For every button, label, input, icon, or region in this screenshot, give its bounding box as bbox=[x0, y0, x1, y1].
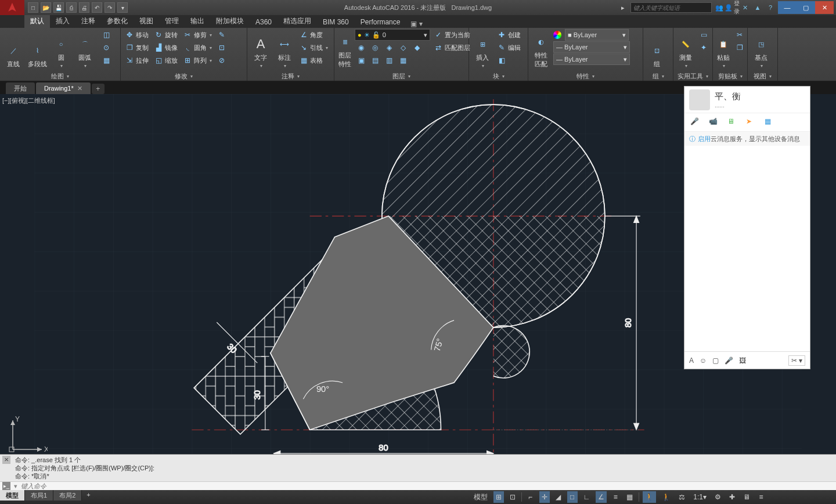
signin-button[interactable]: 👤登录 bbox=[727, 2, 737, 13]
panel-title-utils[interactable]: 实用工具▾ bbox=[676, 71, 710, 81]
qat-redo-icon[interactable]: ↷ bbox=[105, 2, 115, 13]
status-custom-icon[interactable]: ≡ bbox=[756, 491, 766, 503]
ribbon-collapse-icon[interactable]: ▣ ▾ bbox=[410, 20, 422, 28]
draw-flyout3[interactable]: ▦ bbox=[100, 55, 113, 66]
layer-tool-1[interactable]: ◉ bbox=[355, 42, 367, 53]
create-block-button[interactable]: ✚创建 bbox=[495, 29, 522, 41]
layout-tab-model[interactable]: 模型 bbox=[0, 490, 25, 501]
ribbon-tab-home[interactable]: 默认 bbox=[24, 15, 50, 28]
font-icon[interactable]: A bbox=[689, 357, 694, 365]
cmd-prompt-icon[interactable]: ▸_ bbox=[2, 482, 10, 490]
util-2[interactable]: ✦ bbox=[697, 42, 710, 53]
modify-extra3[interactable]: ⊘ bbox=[215, 55, 228, 66]
panel-title-draw[interactable]: 绘图▾ bbox=[2, 71, 118, 81]
status-snap-icon[interactable]: ⊡ bbox=[507, 491, 518, 503]
measure-button[interactable]: 📏测量▾ bbox=[676, 29, 696, 69]
qat-new-icon[interactable]: □ bbox=[28, 2, 38, 13]
layer-tool-9[interactable]: ▦ bbox=[397, 55, 409, 66]
status-otrack-icon[interactable]: ∠ bbox=[596, 491, 607, 503]
copy-clip-button[interactable]: ❐ bbox=[733, 42, 746, 53]
layer-tool-6[interactable]: ▣ bbox=[355, 55, 367, 66]
ribbon-tab-annotate[interactable]: 注释 bbox=[75, 15, 101, 28]
cmd-close-icon[interactable]: ✕ bbox=[2, 456, 10, 464]
qat-save-icon[interactable]: 💾 bbox=[53, 2, 64, 13]
move-button[interactable]: ✥移动 bbox=[123, 29, 150, 41]
status-ortho-icon[interactable]: ⌐ bbox=[525, 491, 536, 503]
status-scale[interactable]: 1:1 ▾ bbox=[691, 491, 709, 503]
panel-title-annotate[interactable]: 注释▾ bbox=[250, 71, 331, 81]
status-model[interactable]: 模型 bbox=[471, 491, 490, 503]
status-iso-icon[interactable]: ◢ bbox=[553, 491, 564, 503]
scissors-icon[interactable]: ✂ ▾ bbox=[788, 355, 805, 366]
status-lwt-icon[interactable]: ≡ bbox=[610, 491, 621, 503]
modify-extra2[interactable]: ⊡ bbox=[215, 42, 228, 53]
layout-tab-2[interactable]: 布局2 bbox=[53, 490, 82, 501]
panel-title-modify[interactable]: 修改▾ bbox=[123, 71, 244, 81]
status-grid-icon[interactable]: ⊞ bbox=[493, 491, 504, 503]
layer-tool-5[interactable]: ◆ bbox=[410, 42, 423, 53]
command-window[interactable]: ✕ 命令: _.erase 找到 1 个 命令: 指定对角点或 [栏选(F)/圈… bbox=[0, 454, 836, 490]
panel-title-group[interactable]: 组▾ bbox=[646, 71, 671, 81]
ribbon-tab-output[interactable]: 输出 bbox=[185, 15, 210, 28]
circle-button[interactable]: ○圆▾ bbox=[50, 29, 72, 69]
panel-title-props[interactable]: 特性▾ bbox=[531, 71, 640, 81]
status-monitor-icon[interactable]: 🖥 bbox=[741, 491, 752, 503]
status-osnap-icon[interactable]: □ bbox=[567, 491, 578, 503]
qat-plot-icon[interactable]: 🖨 bbox=[79, 2, 89, 13]
layer-tool-4[interactable]: ◇ bbox=[397, 42, 409, 53]
edit-block-button[interactable]: ✎编辑 bbox=[495, 42, 522, 53]
dimangular-button[interactable]: ∠角度 bbox=[297, 29, 330, 41]
help-search-input[interactable] bbox=[630, 2, 712, 13]
match-props-button[interactable]: ◐特性 匹配 bbox=[531, 29, 552, 69]
draw-flyout2[interactable]: ⊙ bbox=[100, 42, 113, 53]
ribbon-tab-parametric[interactable]: 参数化 bbox=[101, 15, 134, 28]
file-tab-add-button[interactable]: + bbox=[92, 84, 105, 94]
layer-dropdown[interactable]: ● ☀ 🔓 0 ▾ bbox=[355, 29, 430, 41]
arc-button[interactable]: ⌒圆弧▾ bbox=[74, 29, 96, 69]
screen-icon[interactable]: 🖥 bbox=[727, 117, 738, 128]
status-plus-icon[interactable]: ✚ bbox=[727, 491, 737, 503]
qq-chat-panel[interactable]: 平、衡 ...... 🎤 📹 🖥 ➤ ▦ ⓘ 启用云消息服务，显示其他设备消息 … bbox=[684, 86, 810, 369]
close-tab-icon[interactable]: ✕ bbox=[77, 85, 82, 92]
ribbon-tab-performance[interactable]: Performance bbox=[355, 16, 406, 28]
ribbon-tab-view[interactable]: 视图 bbox=[134, 15, 159, 28]
make-current-button[interactable]: ✓置为当前 bbox=[432, 29, 472, 41]
app-icon[interactable]: ▦ bbox=[765, 117, 775, 128]
ribbon-tab-insert[interactable]: 插入 bbox=[50, 15, 75, 28]
array-button[interactable]: ⊞阵列▾ bbox=[181, 55, 214, 66]
qat-undo-icon[interactable]: ↶ bbox=[92, 2, 102, 13]
layout-tab-1[interactable]: 布局1 bbox=[25, 490, 53, 501]
panel-title-clip[interactable]: 剪贴板▾ bbox=[715, 71, 745, 81]
status-3dosnap-icon[interactable]: ∟ bbox=[581, 491, 593, 503]
image-icon[interactable]: 🖼 bbox=[739, 357, 746, 365]
send-icon[interactable]: ➤ bbox=[746, 117, 756, 128]
match-layer-button[interactable]: ⇄匹配图层 bbox=[432, 42, 472, 53]
qat-more-icon[interactable]: ▾ bbox=[117, 2, 128, 13]
color-combo[interactable]: ■ ByLayer▾ bbox=[565, 29, 629, 41]
window-minimize-button[interactable]: — bbox=[778, 1, 797, 14]
rotate-button[interactable]: ↻旋转 bbox=[152, 29, 179, 41]
layer-tool-8[interactable]: ▥ bbox=[383, 55, 395, 66]
cut-button[interactable]: ✂ bbox=[733, 29, 746, 41]
panel-title-layer[interactable]: 图层▾ bbox=[337, 71, 466, 81]
qq-message-area[interactable] bbox=[684, 146, 810, 351]
mirror-button[interactable]: ▟镜像 bbox=[152, 42, 179, 53]
layer-tool-3[interactable]: ◈ bbox=[383, 42, 395, 53]
ribbon-tab-manage[interactable]: 管理 bbox=[159, 15, 185, 28]
modify-extra1[interactable]: ✎ bbox=[215, 29, 228, 41]
stretch-button[interactable]: ⇲拉伸 bbox=[123, 55, 150, 66]
video-icon[interactable]: 📹 bbox=[709, 117, 719, 128]
app-menu-button[interactable] bbox=[0, 0, 24, 15]
draw-flyout1[interactable]: ◫ bbox=[100, 29, 113, 41]
qq-info-bar[interactable]: ⓘ 启用云消息服务，显示其他设备消息 bbox=[684, 132, 810, 146]
file-tab-start[interactable]: 开始 bbox=[6, 82, 35, 94]
panel-title-block[interactable]: 块▾ bbox=[471, 71, 525, 81]
layout-add-button[interactable]: + bbox=[82, 490, 95, 499]
util-1[interactable]: ▭ bbox=[697, 29, 710, 41]
dimension-button[interactable]: ⟷标注▾ bbox=[273, 29, 296, 69]
status-annoscale-icon[interactable]: ⚖ bbox=[676, 491, 687, 503]
qat-saveas-icon[interactable]: ⎙ bbox=[66, 2, 77, 13]
command-input[interactable] bbox=[21, 483, 834, 489]
layer-tool-2[interactable]: ◎ bbox=[369, 42, 381, 53]
insert-block-button[interactable]: ⊞插入▾ bbox=[471, 29, 493, 69]
